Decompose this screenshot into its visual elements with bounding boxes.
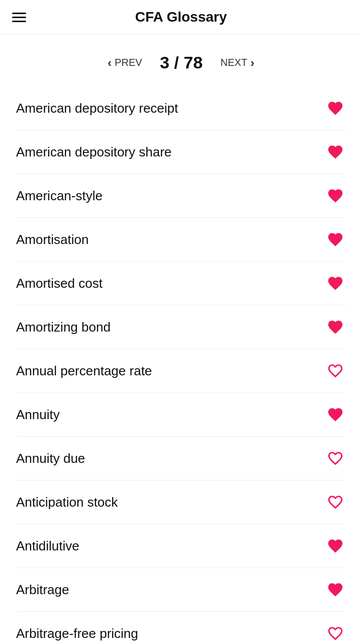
list-item: Anticipation stock bbox=[16, 480, 346, 524]
list-item: Amortisation bbox=[16, 218, 346, 262]
next-label: NEXT bbox=[221, 57, 247, 68]
list-item: Annual percentage rate bbox=[16, 349, 346, 393]
prev-arrow-icon: ‹ bbox=[108, 56, 112, 70]
glossary-list: American depository receipt American dep… bbox=[0, 87, 362, 644]
favorite-button[interactable] bbox=[325, 579, 346, 600]
list-item: American depository receipt bbox=[16, 87, 346, 130]
favorite-button[interactable] bbox=[325, 141, 346, 163]
glossary-term: American depository receipt bbox=[16, 101, 325, 116]
prev-button[interactable]: ‹ PREV bbox=[108, 56, 142, 70]
pagination-info: 3 / 78 bbox=[151, 53, 212, 72]
glossary-term: Amortisation bbox=[16, 232, 325, 248]
favorite-button[interactable] bbox=[325, 623, 346, 644]
favorite-button[interactable] bbox=[325, 316, 346, 338]
glossary-term: Annual percentage rate bbox=[16, 363, 325, 379]
favorite-button[interactable] bbox=[325, 98, 346, 119]
glossary-term: Amortised cost bbox=[16, 276, 325, 291]
app-title: CFA Glossary bbox=[135, 9, 227, 25]
list-item: American-style bbox=[16, 174, 346, 218]
list-item: Amortised cost bbox=[16, 262, 346, 305]
glossary-term: Annuity bbox=[16, 407, 325, 423]
favorite-button[interactable] bbox=[325, 273, 346, 294]
favorite-button[interactable] bbox=[325, 535, 346, 556]
pagination-bar: ‹ PREV 3 / 78 NEXT › bbox=[0, 35, 362, 87]
glossary-term: American-style bbox=[16, 188, 325, 204]
favorite-button[interactable] bbox=[325, 185, 346, 206]
list-item: Annuity due bbox=[16, 437, 346, 480]
list-item: Annuity bbox=[16, 393, 346, 437]
favorite-button[interactable] bbox=[325, 229, 346, 250]
next-arrow-icon: › bbox=[250, 56, 254, 70]
glossary-term: Arbitrage bbox=[16, 582, 325, 598]
list-item: Amortizing bond bbox=[16, 305, 346, 349]
favorite-button[interactable] bbox=[325, 492, 346, 513]
hamburger-menu-button[interactable] bbox=[12, 13, 26, 22]
glossary-term: Arbitrage-free pricing bbox=[16, 626, 325, 641]
glossary-term: Antidilutive bbox=[16, 538, 325, 554]
glossary-term: Amortizing bond bbox=[16, 319, 325, 335]
next-button[interactable]: NEXT › bbox=[221, 56, 254, 70]
list-item: Antidilutive bbox=[16, 524, 346, 568]
glossary-term: Annuity due bbox=[16, 451, 325, 466]
list-item: Arbitrage bbox=[16, 568, 346, 612]
glossary-term: Anticipation stock bbox=[16, 495, 325, 510]
app-header: CFA Glossary bbox=[0, 0, 362, 35]
list-item: American depository share bbox=[16, 130, 346, 174]
favorite-button[interactable] bbox=[325, 360, 346, 381]
prev-label: PREV bbox=[115, 57, 142, 68]
glossary-term: American depository share bbox=[16, 144, 325, 160]
list-item: Arbitrage-free pricing bbox=[16, 612, 346, 644]
favorite-button[interactable] bbox=[325, 448, 346, 469]
favorite-button[interactable] bbox=[325, 404, 346, 425]
